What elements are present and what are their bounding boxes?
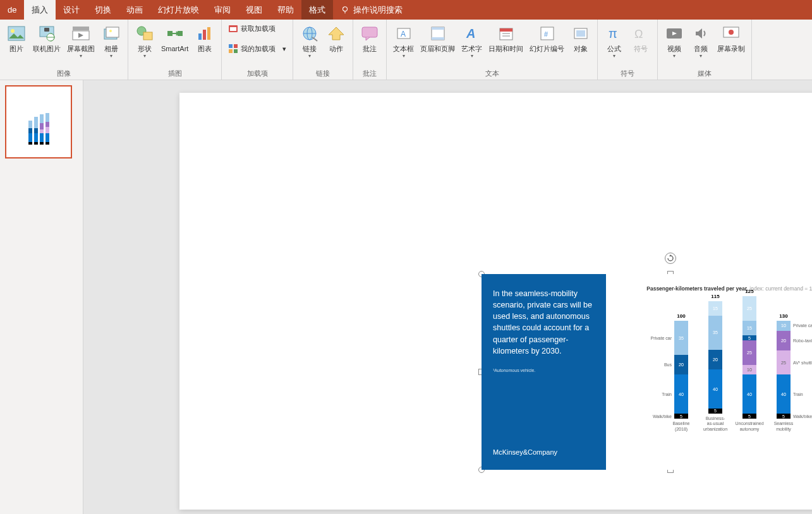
wordart-button[interactable]: A 艺术字▾ <box>459 22 485 60</box>
comment-icon <box>360 23 380 44</box>
svg-point-50 <box>729 30 734 35</box>
headerfooter-icon <box>428 23 448 44</box>
selected-picture[interactable]: In the seamless-mobility scenario, priva… <box>482 274 812 470</box>
tab-insert[interactable]: 插入 <box>24 0 56 20</box>
group-links: 链接▾ 动作 链接 <box>293 20 353 80</box>
datetime-icon <box>496 23 516 44</box>
group-media: 视频▾ 音频▾ 屏幕录制 媒体 <box>658 20 752 80</box>
svg-rect-35 <box>432 37 444 40</box>
svg-text:A: A <box>466 27 475 40</box>
online-pictures-button[interactable]: 联机图片 <box>30 22 63 54</box>
tab-help[interactable]: 帮助 <box>270 0 301 20</box>
object-icon <box>571 23 591 44</box>
lightbulb-icon <box>341 6 349 15</box>
svg-rect-25 <box>234 49 238 53</box>
slidenum-button[interactable]: # 幻灯片编号 <box>527 22 567 54</box>
screenshot-button[interactable]: 屏幕截图▾ <box>64 22 97 60</box>
headerfooter-button[interactable]: 页眉和页脚 <box>418 22 458 54</box>
tab-review[interactable]: 审阅 <box>207 0 238 20</box>
slidenum-icon: # <box>537 23 557 44</box>
store-icon <box>228 23 238 33</box>
chart-icon <box>195 23 215 44</box>
svg-rect-7 <box>73 27 89 30</box>
tab-format[interactable]: 格式 <box>301 0 333 20</box>
video-button[interactable]: 视频▾ <box>662 22 687 60</box>
svg-rect-30 <box>362 27 377 37</box>
chart-button[interactable]: 图表 <box>192 22 217 54</box>
bar-column: 1005402035Walk/bikeTrainBusPrivate carBa… <box>671 313 691 432</box>
wordart-icon: A <box>462 23 482 44</box>
audio-icon <box>691 23 711 44</box>
svg-rect-19 <box>207 27 210 40</box>
group-label-text: 文本 <box>391 68 593 78</box>
tab-design[interactable]: 设计 <box>56 0 87 20</box>
video-icon <box>664 23 684 44</box>
group-label-addins: 加载项 <box>226 68 289 78</box>
addins-icon <box>228 44 238 54</box>
group-images: 图片 联机图片 屏幕截图▾ 相册▾ 图像 <box>0 20 128 80</box>
ribbon: 图片 联机图片 屏幕截图▾ 相册▾ 图像 形状▾ <box>0 20 812 80</box>
svg-rect-21 <box>230 27 236 31</box>
action-button[interactable]: 动作 <box>324 22 349 54</box>
textbox-icon: A <box>394 23 414 44</box>
svg-point-12 <box>109 30 112 32</box>
slide-thumbnail-1[interactable] <box>5 85 72 158</box>
svg-point-0 <box>343 6 348 11</box>
tab-file[interactable]: de <box>0 0 24 20</box>
svg-rect-18 <box>203 30 206 40</box>
tab-view[interactable]: 视图 <box>238 0 270 20</box>
shapes-button[interactable]: 形状▾ <box>132 22 157 60</box>
group-label-comments: 批注 <box>357 68 382 78</box>
symbol-icon: Ω <box>631 23 651 44</box>
mckinsey-chart: In the seamless-mobility scenario, priva… <box>482 274 812 470</box>
smartart-button[interactable]: SmartArt <box>159 22 191 54</box>
audio-button[interactable]: 音频▾ <box>688 22 713 60</box>
symbol-button: Ω 符号 <box>628 22 653 54</box>
action-icon <box>326 23 346 44</box>
tab-transition[interactable]: 切换 <box>87 0 119 20</box>
chart-footnote: ¹Autonomous vehicle. <box>493 368 595 373</box>
rotate-icon <box>667 254 674 262</box>
equation-button[interactable]: π 公式▾ <box>602 22 627 60</box>
slide-canvas-area[interactable]: In the seamless-mobility scenario, priva… <box>83 80 812 514</box>
workspace: In the seamless-mobility scenario, priva… <box>0 80 812 514</box>
get-addins-button[interactable]: 获取加载项 <box>226 22 289 35</box>
link-button[interactable]: 链接▾ <box>297 22 322 60</box>
rotate-handle[interactable] <box>665 253 676 264</box>
group-addins: 获取加载项 我的加载项 ▾ 加载项 <box>222 20 293 80</box>
chart-title: Passenger-kilometers traveled per year, … <box>612 285 812 292</box>
group-label-images: 图像 <box>4 68 124 78</box>
svg-rect-24 <box>229 49 233 53</box>
comment-button[interactable]: 批注 <box>357 22 382 54</box>
screenrec-button[interactable]: 屏幕录制 <box>715 22 748 54</box>
datetime-button[interactable]: 日期和时间 <box>486 22 526 54</box>
tab-animation[interactable]: 动画 <box>119 0 150 20</box>
svg-marker-29 <box>329 27 344 40</box>
group-illustrations: 形状▾ SmartArt 图表 插图 <box>128 20 222 80</box>
svg-rect-14 <box>143 32 152 40</box>
picture-icon <box>6 23 27 44</box>
group-comments: 批注 批注 <box>353 20 387 80</box>
textbox-button[interactable]: A 文本框▾ <box>391 22 416 60</box>
tell-me-search[interactable]: 操作说明搜索 <box>333 0 410 20</box>
link-icon <box>300 23 320 44</box>
slide-thumbnail-pane <box>0 80 83 514</box>
svg-rect-38 <box>500 28 512 32</box>
menu-tabs: de 插入 设计 切换 动画 幻灯片放映 审阅 视图 帮助 格式 操作说明搜索 <box>0 0 812 20</box>
group-label-media: 媒体 <box>662 68 748 78</box>
group-symbols: π 公式▾ Ω 符号 符号 <box>598 20 658 80</box>
my-addins-button[interactable]: 我的加载项 ▾ <box>226 42 289 55</box>
screenshot-icon <box>71 23 91 44</box>
object-button[interactable]: 对象 <box>568 22 593 54</box>
chart-headline: In the seamless-mobility scenario, priva… <box>493 288 595 357</box>
bar-column: 125540102551525Unconstrained autonomy <box>739 289 760 432</box>
chart-right-panel: Passenger-kilometers traveled per year, … <box>606 274 812 470</box>
svg-text:Ω: Ω <box>634 28 643 40</box>
svg-rect-17 <box>198 33 202 40</box>
smartart-icon <box>165 23 185 44</box>
svg-rect-34 <box>432 27 444 30</box>
svg-rect-23 <box>234 44 238 48</box>
tab-slideshow[interactable]: 幻灯片放映 <box>150 0 207 20</box>
pictures-button[interactable]: 图片 <box>4 22 29 54</box>
album-button[interactable]: 相册▾ <box>99 22 124 60</box>
